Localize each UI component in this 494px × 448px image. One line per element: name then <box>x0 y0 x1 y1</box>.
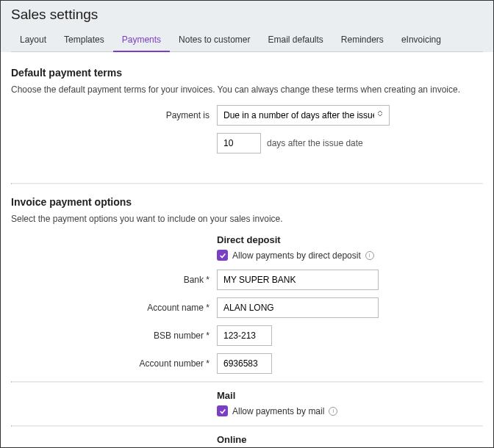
direct-deposit-title: Direct deposit <box>217 234 483 245</box>
tab-templates[interactable]: Templates <box>55 29 113 51</box>
account-number-input[interactable] <box>217 353 272 374</box>
tab-reminders[interactable]: Reminders <box>332 29 393 51</box>
account-number-label: Account number * <box>11 358 217 369</box>
default-terms-desc: Choose the default payment terms for you… <box>11 84 483 95</box>
days-hint: days after the issue date <box>267 138 363 148</box>
mail-checkbox[interactable] <box>217 405 228 416</box>
bsb-label: BSB number * <box>11 330 217 341</box>
bank-input[interactable] <box>217 270 379 290</box>
tab-layout[interactable]: Layout <box>11 29 55 51</box>
online-title: Online <box>217 434 483 445</box>
tab-email-defaults[interactable]: Email defaults <box>259 29 332 51</box>
payment-options-title: Invoice payment options <box>11 196 483 208</box>
info-icon[interactable]: i <box>365 251 374 260</box>
account-name-label: Account name * <box>11 303 217 313</box>
page-title: Sales settings <box>11 7 483 23</box>
tab-einvoicing[interactable]: eInvoicing <box>393 29 450 51</box>
info-icon[interactable]: i <box>329 407 337 416</box>
account-name-input[interactable] <box>217 297 379 318</box>
default-terms-title: Default payment terms <box>11 67 483 79</box>
mail-title: Mail <box>217 390 483 401</box>
bsb-input[interactable] <box>217 325 272 346</box>
direct-deposit-check-label: Allow payments by direct deposit <box>232 250 361 261</box>
payment-is-select[interactable]: Due in a number of days after the issue … <box>217 105 390 126</box>
bank-label: Bank * <box>11 275 217 285</box>
payment-is-label: Payment is <box>11 110 217 120</box>
mail-check-label: Allow payments by mail <box>232 406 324 416</box>
payment-options-desc: Select the payment options you want to i… <box>11 214 483 224</box>
tabs-row: Layout Templates Payments Notes to custo… <box>11 29 483 52</box>
tab-notes[interactable]: Notes to customer <box>170 29 259 51</box>
days-input[interactable] <box>217 133 261 153</box>
tab-payments[interactable]: Payments <box>113 29 170 52</box>
direct-deposit-checkbox[interactable] <box>217 250 228 261</box>
